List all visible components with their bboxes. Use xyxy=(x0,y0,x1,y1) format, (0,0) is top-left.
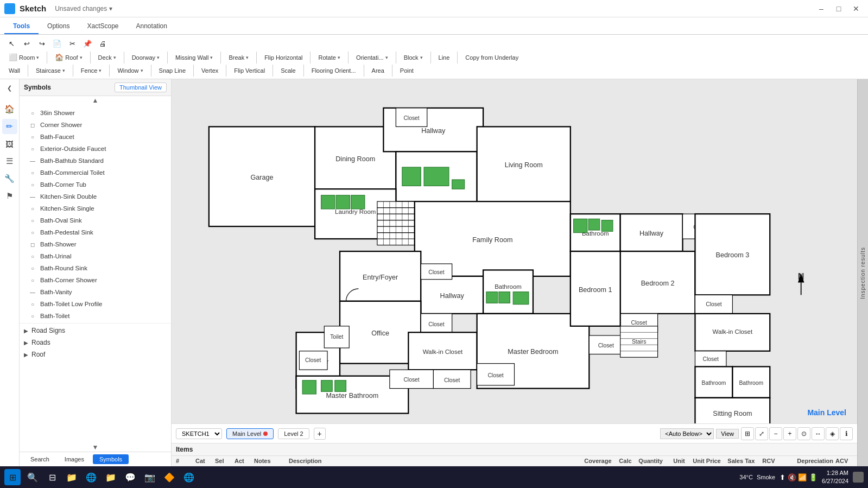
taskbar-explorer[interactable]: 📁 xyxy=(64,470,79,485)
tab-annotation[interactable]: Annotation xyxy=(128,19,176,34)
view-btn[interactable]: View xyxy=(716,429,739,439)
auto-below-select[interactable]: <Auto Below> xyxy=(660,428,714,439)
scale-btn[interactable]: Scale xyxy=(276,65,300,76)
break-btn[interactable]: Break ▾ xyxy=(224,52,253,63)
list-item[interactable]: ○ Bath-Round Sink xyxy=(20,262,171,274)
scroll-down-arrow[interactable]: ▼ xyxy=(20,443,171,452)
doorway-btn[interactable]: Doorway ▾ xyxy=(128,52,164,63)
road-signs-group[interactable]: ▶ Road Signs xyxy=(20,325,171,337)
block-btn[interactable]: Block ▾ xyxy=(400,52,427,63)
tab-tools[interactable]: Tools xyxy=(4,19,39,34)
list-item[interactable]: ○ Bath-Corner Tub xyxy=(20,179,171,191)
flag-icon-btn[interactable]: ⚑ xyxy=(2,188,17,204)
list-item[interactable]: ◻ Bath-Shower xyxy=(20,238,171,250)
copy-underlay-btn[interactable]: Copy from Underlay xyxy=(461,52,523,63)
pencil-icon-btn[interactable]: ✏ xyxy=(2,119,17,134)
taskbar-edge[interactable]: 🌐 xyxy=(84,470,99,485)
add-level-btn[interactable]: + xyxy=(314,428,326,440)
flip-horizontal-btn[interactable]: Flip Horizontal xyxy=(260,52,307,63)
taskbar-time[interactable]: 1:28 AM 6/27/2024 xyxy=(822,469,848,486)
pin-btn[interactable]: 📌 xyxy=(80,37,94,50)
roof-group[interactable]: ▶ Roof xyxy=(20,348,171,360)
point-btn[interactable]: Point xyxy=(396,65,418,76)
minimize-button[interactable]: – xyxy=(814,3,829,14)
deck-btn[interactable]: Deck ▾ xyxy=(94,52,121,63)
taskbar-files[interactable]: 📁 xyxy=(103,470,118,485)
maximize-button[interactable]: □ xyxy=(831,3,846,14)
start-button[interactable]: ⊞ xyxy=(4,469,21,485)
level2-tab[interactable]: Level 2 xyxy=(278,428,309,439)
taskbar-search[interactable]: 🔍 xyxy=(25,470,40,485)
list-item[interactable]: ○ Bath-Faucet xyxy=(20,131,171,143)
undo-btn[interactable]: ↩ xyxy=(20,37,34,50)
window-btn[interactable]: Window ▾ xyxy=(113,65,147,76)
canvas-area[interactable]: Garage Dining Room Hallway Kitchen xyxy=(172,79,857,423)
list-icon-btn[interactable]: ☰ xyxy=(2,154,17,169)
taskbar-taskview[interactable]: ⊟ xyxy=(45,470,60,485)
roads-group[interactable]: ▶ Roads xyxy=(20,337,171,348)
zoom-in-btn[interactable]: + xyxy=(783,427,796,440)
sketch-selector[interactable]: SKETCH1 xyxy=(176,428,222,439)
list-item[interactable]: ○ Bath-Commercial Toilet xyxy=(20,167,171,179)
list-item[interactable]: ○ Kitchen-Sink Single xyxy=(20,202,171,214)
list-item[interactable]: — Bath-Bathtub Standard xyxy=(20,155,171,167)
image-icon-btn[interactable]: 🖼 xyxy=(2,136,17,151)
list-item[interactable]: ○ Exterior-Outside Faucet xyxy=(20,143,171,155)
svg-text:Entry/Foyer: Entry/Foyer xyxy=(363,274,398,281)
notification-area[interactable] xyxy=(853,472,864,483)
cut-btn[interactable]: ✂ xyxy=(65,37,79,50)
redo-btn[interactable]: ↪ xyxy=(35,37,49,50)
zoom-out-btn[interactable]: − xyxy=(769,427,782,440)
roof-btn[interactable]: 🏠 Roof ▾ xyxy=(50,51,86,64)
pan-btn[interactable]: ↔ xyxy=(812,427,825,440)
fence-btn[interactable]: Fence ▾ xyxy=(77,65,106,76)
inspection-sidebar[interactable]: Inspection results xyxy=(857,79,868,466)
scroll-up-arrow[interactable]: ▲ xyxy=(20,96,171,105)
missing-wall-btn[interactable]: Missing Wall ▾ xyxy=(171,52,217,63)
room-btn[interactable]: ⬜ Room ▾ xyxy=(4,51,43,64)
taskbar-xactimate[interactable]: 🔶 xyxy=(162,470,177,485)
taskbar-camera[interactable]: 📷 xyxy=(142,470,157,485)
list-item[interactable]: ○ Bath-Toilet xyxy=(20,310,171,322)
sidebar-collapse-btn[interactable]: ❮ xyxy=(6,84,13,93)
settings-view-btn[interactable]: ◈ xyxy=(826,427,839,440)
list-item[interactable]: ○ Bath-Corner Shower xyxy=(20,274,171,286)
list-item[interactable]: ○ 36in Shower xyxy=(20,107,171,119)
list-item[interactable]: ○ Bath-Toilet Low Profile xyxy=(20,298,171,310)
main-level-tab[interactable]: Main Level xyxy=(226,428,274,439)
thumbnail-view-btn[interactable]: Thumbnail View xyxy=(115,83,167,92)
taskbar-chrome[interactable]: 🌐 xyxy=(181,470,197,485)
images-tab[interactable]: Images xyxy=(58,454,91,464)
vertex-btn[interactable]: Vertex xyxy=(197,65,223,76)
wall-btn[interactable]: Wall xyxy=(4,65,24,76)
home-icon-btn[interactable]: 🏠 xyxy=(2,102,17,117)
symbols-tab[interactable]: Symbols xyxy=(93,454,129,464)
list-item[interactable]: ○ Bath-Oval Sink xyxy=(20,214,171,226)
line-btn[interactable]: Line xyxy=(434,52,454,63)
taskbar-whatsapp[interactable]: 💬 xyxy=(123,470,138,485)
tab-options[interactable]: Options xyxy=(39,19,78,34)
orientation-btn[interactable]: Orientati... ▾ xyxy=(352,52,392,63)
list-item[interactable]: — Kitchen-Sink Double xyxy=(20,191,171,202)
snap-line-btn[interactable]: Snap Line xyxy=(155,65,191,76)
staircase-btn[interactable]: Staircase ▾ xyxy=(31,65,69,76)
close-button[interactable]: ✕ xyxy=(848,3,864,14)
list-item[interactable]: ○ Bath-Pedestal Sink xyxy=(20,226,171,238)
info-view-btn[interactable]: ℹ xyxy=(840,427,853,440)
print-btn[interactable]: 🖨 xyxy=(96,37,110,50)
grid-view-btn[interactable]: ⊞ xyxy=(741,427,754,440)
flip-vertical-btn[interactable]: Flip Vertical xyxy=(230,65,269,76)
search-tab[interactable]: Search xyxy=(24,454,56,464)
list-item[interactable]: ○ Bath-Urinal xyxy=(20,250,171,262)
flooring-orient-btn[interactable]: Flooring Orient... xyxy=(307,65,360,76)
area-btn[interactable]: Area xyxy=(368,65,389,76)
zoom-fit-btn[interactable]: ⤢ xyxy=(755,427,768,440)
list-item[interactable]: — Bath-Vanity xyxy=(20,286,171,298)
zoom-reset-btn[interactable]: ⊙ xyxy=(797,427,810,440)
tab-xactscope[interactable]: XactScope xyxy=(78,19,127,34)
rotate-btn[interactable]: Rotate ▾ xyxy=(314,52,344,63)
list-item[interactable]: ◻ Corner Shower xyxy=(20,119,171,131)
select-tool-btn[interactable]: ↖ xyxy=(4,37,18,50)
copy-btn[interactable]: 📄 xyxy=(50,37,64,50)
tools-icon-btn[interactable]: 🔧 xyxy=(2,171,17,186)
